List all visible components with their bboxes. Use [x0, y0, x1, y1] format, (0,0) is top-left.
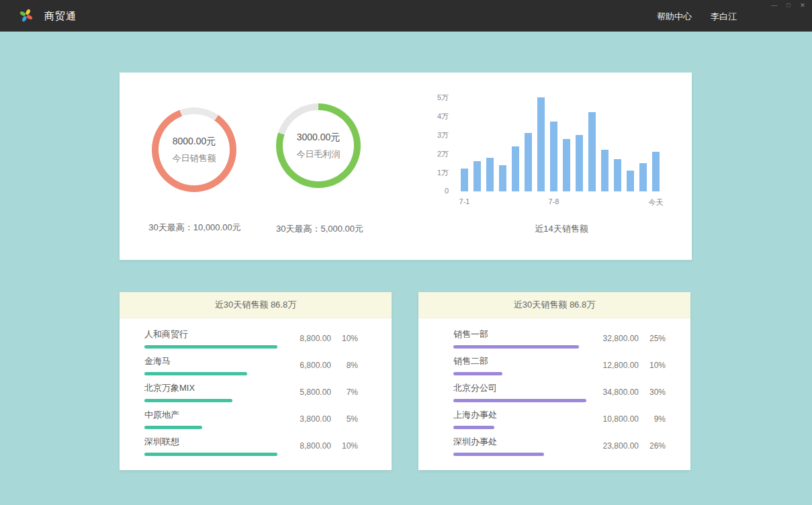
bar-group — [461, 97, 662, 191]
today-sales-donut-chart: 8000.00元 今日销售额 — [152, 107, 236, 192]
x-tick-label: 今天 — [649, 197, 664, 208]
rank-item-values: 5,800.00 7% — [300, 387, 358, 397]
rank-row: 销售一部 32,800.00 25% — [453, 325, 666, 352]
rank-item-percent: 9% — [648, 414, 666, 424]
rank-row: 北京分公司 34,800.00 30% — [453, 379, 666, 406]
rank-item-amount: 34,800.00 — [603, 387, 639, 397]
rank-item-info: 北京分公司 — [453, 382, 588, 402]
rank-item-info: 人和商贸行 — [144, 328, 279, 349]
pinwheel-logo-icon — [19, 8, 34, 23]
rank-item-amount: 3,800.00 — [300, 414, 331, 424]
rank-item-bar — [144, 453, 277, 456]
rank-item-values: 32,800.00 25% — [603, 334, 666, 343]
bar — [614, 159, 621, 191]
rank-item-percent: 10% — [341, 441, 358, 451]
ranking-list: 人和商贸行 8,800.00 10% 金海马 6,800.00 — [120, 318, 392, 459]
rank-item-values: 34,800.00 30% — [603, 387, 666, 397]
topbar: 商贸通 帮助中心 李白江 — □ ✕ — [0, 0, 812, 32]
rank-item-name: 销售二部 — [453, 355, 588, 367]
bar — [627, 171, 634, 191]
rank-item-amount: 6,800.00 — [300, 361, 331, 370]
bar — [512, 146, 519, 191]
bar — [652, 152, 660, 191]
today-profit-label: 今日毛利润 — [297, 148, 341, 160]
minimize-button[interactable]: — — [770, 1, 778, 9]
y-tick-label: 4万 — [434, 111, 449, 122]
rank-item-percent: 26% — [648, 441, 666, 451]
rank-item-bar — [453, 453, 544, 456]
rank-row: 人和商贸行 8,800.00 10% — [144, 325, 358, 352]
rank-item-percent: 30% — [648, 387, 666, 397]
username-menu[interactable]: 李白江 — [711, 11, 737, 23]
bar — [461, 169, 468, 191]
sales-14day-bar-chart: 5万4万3万2万1万0 7-17-8今天 近14天销售额 — [434, 91, 682, 232]
bar — [499, 165, 506, 191]
rank-item-info: 深圳办事处 — [453, 436, 588, 456]
donut-center: 8000.00元 今日销售额 — [159, 114, 230, 185]
y-tick-label: 2万 — [434, 149, 449, 159]
rank-item-values: 3,800.00 5% — [300, 414, 358, 424]
maximize-button[interactable]: □ — [784, 1, 793, 9]
y-tick-label: 0 — [434, 187, 449, 195]
rank-item-name: 深圳办事处 — [453, 436, 588, 448]
close-button[interactable]: ✕ — [799, 1, 807, 9]
app-title: 商贸通 — [44, 10, 77, 23]
y-tick-label: 1万 — [434, 168, 449, 178]
rank-item-bar — [453, 426, 494, 429]
bar — [550, 122, 557, 191]
rank-item-bar — [144, 426, 202, 429]
rank-item-name: 中原地产 — [144, 409, 279, 421]
rank-item-name: 金海马 — [144, 355, 279, 367]
rank-item-info: 金海马 — [144, 355, 279, 375]
help-center-link[interactable]: 帮助中心 — [657, 11, 692, 23]
today-profit-footnote: 30天最高：5,000.00元 — [244, 223, 395, 235]
y-tick-label: 3万 — [434, 130, 449, 140]
rank-item-name: 上海办事处 — [453, 409, 588, 421]
bar — [473, 161, 481, 191]
rank-item-amount: 23,800.00 — [603, 441, 639, 451]
rank-item-bar — [144, 345, 277, 349]
x-tick-label: 7-8 — [549, 197, 559, 205]
today-sales-value: 8000.00元 — [173, 136, 216, 148]
rank-item-name: 北京万象MIX — [144, 382, 279, 394]
rank-row: 深圳办事处 23,800.00 26% — [453, 432, 666, 459]
rank-item-info: 销售二部 — [453, 355, 588, 375]
rank-item-name: 深圳联想 — [144, 436, 279, 448]
rank-item-bar — [453, 399, 586, 402]
ranking-list: 销售一部 32,800.00 25% 销售二部 12,800.00 — [418, 318, 690, 459]
x-tick-label: 7-1 — [459, 197, 470, 205]
rank-item-info: 上海办事处 — [453, 409, 588, 429]
rank-item-amount: 8,800.00 — [300, 441, 331, 451]
rank-row: 销售二部 12,800.00 10% — [453, 352, 666, 379]
rank-item-info: 销售一部 — [453, 328, 588, 349]
bar — [563, 139, 570, 191]
bar — [486, 158, 494, 191]
rank-item-name: 北京分公司 — [453, 382, 588, 394]
rank-item-info: 北京万象MIX — [144, 382, 279, 402]
rank-item-amount: 8,800.00 — [300, 334, 331, 343]
today-profit-donut-chart: 3000.00元 今日毛利润 — [276, 103, 361, 188]
rank-item-values: 8,800.00 10% — [300, 441, 358, 451]
rank-row: 北京万象MIX 5,800.00 7% — [144, 379, 358, 406]
rank-item-bar — [453, 345, 579, 349]
rank-item-amount: 32,800.00 — [603, 334, 639, 343]
rank-item-name: 销售一部 — [453, 328, 588, 340]
rank-row: 中原地产 3,800.00 5% — [144, 406, 358, 432]
y-tick-label: 5万 — [434, 93, 449, 103]
rank-item-values: 12,800.00 10% — [603, 361, 666, 370]
app-window: 商贸通 帮助中心 李白江 — □ ✕ 8000.00元 今日销售额 30天最高：… — [0, 0, 812, 505]
rank-item-percent: 7% — [341, 387, 358, 397]
rank-item-values: 8,800.00 10% — [300, 334, 358, 343]
bar — [525, 133, 532, 191]
bar — [576, 135, 583, 191]
rank-item-name: 人和商贸行 — [144, 328, 279, 340]
donut-center: 3000.00元 今日毛利润 — [283, 110, 354, 181]
today-profit-value: 3000.00元 — [297, 132, 341, 144]
rank-row: 深圳联想 8,800.00 10% — [144, 432, 358, 459]
customer-sales-ranking-card: 近30天销售额 86.8万 人和商贸行 8,800.00 10% — [120, 292, 392, 470]
bar — [639, 163, 647, 191]
overview-card: 8000.00元 今日销售额 30天最高：10,000.00元 3000.00元… — [120, 73, 692, 260]
rank-item-percent: 10% — [341, 334, 358, 343]
rank-item-bar — [144, 372, 247, 375]
rank-row: 上海办事处 10,800.00 9% — [453, 406, 666, 432]
